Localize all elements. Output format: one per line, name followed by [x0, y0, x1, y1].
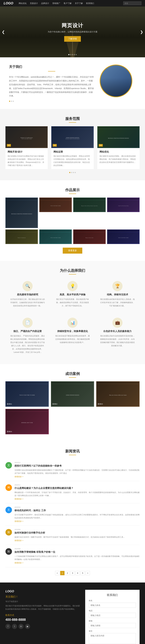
nav-link-3[interactable]: 品牌设计	[41, 2, 49, 5]
service-title-1: 网络开发/设计	[8, 150, 45, 154]
service-tag-2: 02	[53, 144, 57, 146]
contact-form-title: 联系我们	[89, 594, 136, 597]
news-more-4[interactable]: 查看更多 >	[14, 539, 23, 542]
hero-prev-arrow[interactable]: ❮	[2, 30, 5, 34]
news-item-2: 网 2023/11 什么是网站建设？为什么企业需要注意的网站建设问题？ 网站建设…	[5, 481, 140, 504]
case-item-3[interactable]: May your choices reflect your hopes 案例03	[96, 381, 140, 407]
case-item-1[interactable]: THIS IS YOUR TIME TO SHINE 案例01	[5, 381, 49, 407]
hero-cta-button[interactable]: 了解详情	[64, 36, 81, 42]
hero-dot-3[interactable]	[72, 54, 73, 55]
news-title-4: 如何对旅游行业作数字化分析	[14, 531, 140, 534]
news-desc-1: 互联网行业以其快速发展和无限的创新机遇吸引了无数求职者，以下是一些帮助你理解这个…	[14, 468, 140, 475]
about-dot-2[interactable]	[11, 101, 12, 102]
services-dot-1[interactable]	[69, 172, 70, 173]
hero-dot-4[interactable]	[74, 54, 75, 55]
navigation: LOGO 网站优化 页面设计 品牌设计 营销推广 客户了解 关于了解 联系我们	[0, 0, 145, 6]
form-input-name[interactable]	[89, 603, 136, 608]
nav-link-6[interactable]: 关于了解	[75, 2, 83, 5]
footer-content: LOGO 关注我们！ 专注于创意设计 我们致力于提供高质量的网页设计和开发服务，…	[0, 582, 145, 644]
services-dot-3[interactable]	[73, 172, 74, 173]
social-twitter-icon[interactable]: t	[12, 624, 17, 629]
services-title: 服务范围	[5, 116, 140, 121]
work-item-1[interactable]: WE BUILD CREATIVE INTERIOR DESIGN	[5, 198, 38, 228]
page-prev[interactable]: <	[55, 571, 59, 575]
works-more-button[interactable]: 查看更多	[63, 248, 82, 254]
page-5[interactable]: 5	[80, 571, 85, 575]
why-icon-3: 🏆	[112, 281, 123, 291]
why-item-2: 💡 高质、高水平的用户体验 我们专注于创造高质量、高水准的用户体验，确保您的网站…	[52, 278, 93, 310]
footer-phone: 400-888-8888	[5, 618, 80, 622]
form-row-message: 留言	[89, 630, 136, 644]
work-item-4[interactable]: Create Your Own Success Story	[107, 198, 140, 212]
case-item-2[interactable]: HOME INTERIOR DESIGN 案例02	[51, 381, 94, 407]
service-desc-1: 我们的团队已经多年在网络开发与设计领域提供高品质与专业的服务，帮助企业打造令人印…	[8, 154, 45, 167]
service-title-2: 网站运营	[53, 150, 91, 154]
work-item-5[interactable]: Solution To YourBusiness	[5, 230, 38, 244]
news-icon-3: 主	[5, 507, 12, 513]
nav-link-7[interactable]: 联系我们	[86, 2, 94, 5]
why-item-6: 💼 出色的专长人员的服务能力 我们的团队具备专业的技能和丰富的经验，能够提供全面…	[97, 315, 138, 357]
why-item-title-5: 持续转型专业，转换率最优化	[55, 330, 90, 333]
news-date-1: 2023/12	[14, 462, 140, 464]
services-dot-4[interactable]	[75, 172, 76, 173]
form-input-email[interactable]	[89, 623, 136, 628]
nav-link-1[interactable]: 网站优化	[19, 2, 27, 5]
page-1[interactable]: 1	[60, 571, 65, 575]
news-icon-5: 如	[5, 548, 12, 555]
hero-dot-1[interactable]	[68, 54, 69, 55]
news-more-2[interactable]: 查看更多 >	[14, 498, 23, 500]
why-title: 为什么选择我们	[7, 268, 138, 273]
work-item-2[interactable]: THIS IS YOUR TIME TO SHINE	[39, 198, 72, 212]
page-next[interactable]: >	[86, 571, 90, 575]
why-item-5: 📊 持续转型专业，转换率最优化 我们的目标是不断提高您网站的转换率，通过持续的数…	[52, 315, 93, 357]
search-input[interactable]	[123, 2, 141, 5]
news-more-1[interactable]: 查看更多 >	[14, 476, 23, 478]
works-grid: WE BUILD CREATIVE INTERIOR DESIGN THIS I…	[5, 198, 140, 244]
news-more-3[interactable]: 查看更多 >	[14, 520, 23, 523]
news-title: 新闻资讯	[5, 449, 140, 454]
form-textarea-message[interactable]	[89, 633, 136, 644]
contact-form: 联系我们 姓名 电话 邮箱 留言	[85, 590, 140, 644]
about-dot-1[interactable]	[9, 101, 10, 102]
news-icon-4: 旅	[5, 529, 12, 536]
page-2[interactable]: 2	[65, 571, 70, 575]
cases-title: 成功案例	[5, 371, 140, 376]
news-title-5: 如何用数字营销策略 听取客户的每一位	[14, 550, 140, 554]
nav-link-4[interactable]: 营销推广	[52, 2, 60, 5]
nav-link-5[interactable]: 客户了解	[64, 2, 72, 5]
page-4[interactable]: 4	[75, 571, 80, 575]
about-title: 关于我们	[9, 64, 94, 69]
hero-dot-2[interactable]	[70, 54, 71, 55]
about-section: 关于我们 作为一个专注网站web，web全国web建设公司之一，通常一个专业团队…	[0, 57, 145, 109]
news-date-5: 2023/08	[14, 548, 140, 550]
work-item-7[interactable]: May your choices reflect	[73, 230, 106, 244]
news-more-5[interactable]: 查看更多 >	[14, 562, 23, 564]
about-dot-3[interactable]	[13, 101, 14, 102]
work-item-8[interactable]: THIS IS YOUR TIME TO SHINE	[107, 230, 140, 244]
hero-next-arrow[interactable]: ❯	[140, 30, 143, 34]
footer: LOGO 关注我们！ 专注于创意设计 我们致力于提供高质量的网页设计和开发服务，…	[0, 582, 145, 644]
service-desc-2: 我们提供完整的网站运营服务，帮助企业管理日常网络活动，提高品牌知名度和转化率。我…	[53, 154, 91, 167]
hero-dot-5[interactable]	[76, 54, 77, 55]
nav-link-2[interactable]: 页面设计	[30, 2, 38, 5]
footer-desc: 我们致力于提供高质量的网页设计和开发服务，帮助企业在数字化世界中脱颖而出。我们的…	[5, 604, 80, 611]
why-item-desc-6: 我们的团队具备专业的技能和丰富的经验，能够提供全面的服务，从设计到开发，从内容策…	[100, 334, 135, 348]
work-item-3[interactable]: May your choices reflect your hopes, not…	[73, 198, 106, 212]
works-section: 作品展示 WE BUILD CREATIVE INTERIOR DESIGN T…	[0, 180, 145, 261]
why-icon-5: 📊	[67, 318, 78, 328]
social-linkedin-icon[interactable]: in	[18, 624, 23, 629]
social-facebook-icon[interactable]: f	[5, 624, 10, 629]
case-item-4[interactable]: MATERIAL WAY TO BE 案例04	[5, 409, 49, 434]
page-3[interactable]: 3	[70, 571, 75, 575]
services-section: 服务范围 Solution To YourBusiness THIS IS YO…	[0, 109, 145, 180]
news-title-1: 想投行互联网吗？以下的信息能给你一些参考	[14, 464, 140, 468]
form-input-phone[interactable]	[89, 613, 136, 618]
news-date-3: 2023/10	[14, 506, 140, 508]
news-icon-1: 文	[5, 462, 12, 468]
social-youtube-icon[interactable]: ▶	[25, 624, 30, 629]
services-dot-2[interactable]	[71, 172, 72, 173]
news-pagination: < 1 2 3 4 5 >	[5, 571, 140, 575]
news-item-4: 旅 2023/09 如何对旅游行业作数字化分析 旅游行业正在经历一场数字化转型，…	[5, 526, 140, 545]
why-grid: 🔍 您先拥有市场的研究 在开始任何项目之前，我们都会进行深入的市场研究，以确保我…	[7, 278, 138, 357]
work-item-6[interactable]: THIS IS YOUR TIME TO SHINE	[39, 230, 72, 244]
